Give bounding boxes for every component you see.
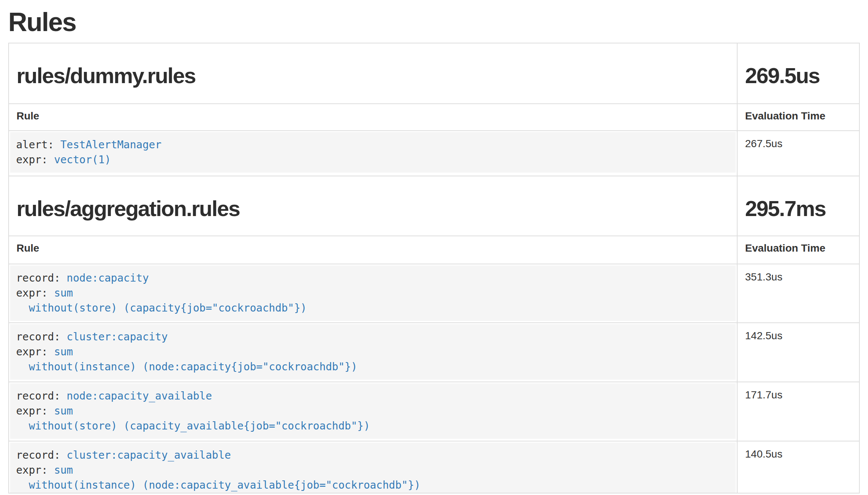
rule-code-block: alert: TestAlertManager expr: vector(1): [10, 132, 736, 173]
code-line: record: cluster:capacity: [16, 330, 730, 344]
record-keyword: record:: [16, 449, 67, 461]
code-line: record: node:capacity: [16, 271, 730, 286]
record-keyword: record:: [16, 331, 67, 343]
expr-link[interactable]: vector(1): [54, 154, 111, 166]
rule-group-header-row: rules/aggregation.rules 295.7ms: [9, 176, 859, 236]
rule-eval-time: 267.5us: [737, 131, 859, 176]
code-line: without(instance) (node:capacity_availab…: [16, 478, 730, 493]
record-keyword: record:: [16, 272, 67, 284]
code-line: without(store) (capacity{job="cockroachd…: [16, 301, 730, 316]
code-line: expr: sum: [16, 463, 730, 478]
record-name-link[interactable]: cluster:capacity_available: [67, 449, 231, 461]
rules-page: Rules rules/dummy.rules 269.5us Rule Eva…: [0, 8, 868, 494]
table-row: record: node:capacity_available expr: su…: [9, 382, 859, 441]
expr-link[interactable]: sum: [54, 405, 73, 417]
rule-code-block: record: node:capacity_available expr: su…: [10, 383, 736, 439]
eval-time-column-header: Evaluation Time: [737, 236, 859, 264]
rule-group-eval-time: 295.7ms: [745, 197, 852, 221]
rule-cell: record: node:capacity_available expr: su…: [9, 382, 737, 441]
expr-keyword: expr:: [16, 405, 54, 417]
expr-keyword: expr:: [16, 464, 54, 476]
rule-cell: record: cluster:capacity_available expr:…: [9, 441, 737, 493]
code-line: expr: sum: [16, 286, 730, 301]
alert-name-link[interactable]: TestAlertManager: [60, 139, 162, 151]
expr-link[interactable]: sum: [54, 287, 73, 299]
eval-time-column-header: Evaluation Time: [737, 104, 859, 131]
expr-keyword: expr:: [16, 346, 54, 358]
code-line: without(store) (capacity_available{job="…: [16, 419, 730, 434]
column-header-row: Rule Evaluation Time: [9, 104, 859, 131]
alert-keyword: alert:: [16, 139, 60, 151]
record-keyword: record:: [16, 390, 67, 402]
code-line: record: node:capacity_available: [16, 389, 730, 404]
rule-group-file-cell: rules/dummy.rules: [9, 43, 737, 104]
expr-link[interactable]: without(instance) (node:capacity_availab…: [16, 479, 421, 491]
table-row: record: cluster:capacity_available expr:…: [9, 441, 859, 493]
rule-group-header-row: rules/dummy.rules 269.5us: [9, 43, 859, 104]
expr-link[interactable]: without(store) (capacity_available{job="…: [16, 420, 370, 432]
rule-group-eval-time: 269.5us: [745, 64, 852, 88]
rule-cell: alert: TestAlertManager expr: vector(1): [9, 131, 737, 176]
expr-link[interactable]: without(store) (capacity{job="cockroachd…: [16, 302, 307, 314]
record-name-link[interactable]: node:capacity: [67, 272, 149, 284]
rule-code-block: record: cluster:capacity_available expr:…: [10, 443, 736, 493]
page-title: Rules: [8, 8, 860, 37]
rule-column-header: Rule: [9, 236, 737, 264]
table-row: alert: TestAlertManager expr: vector(1) …: [9, 131, 859, 176]
rule-cell: record: cluster:capacity expr: sum witho…: [9, 323, 737, 382]
table-row: record: node:capacity expr: sum without(…: [9, 264, 859, 323]
rule-code-block: record: node:capacity expr: sum without(…: [10, 265, 736, 321]
expr-keyword: expr:: [16, 287, 54, 299]
rule-column-header: Rule: [9, 104, 737, 131]
rules-table: rules/dummy.rules 269.5us Rule Evaluatio…: [8, 43, 860, 494]
code-line: expr: sum: [16, 404, 730, 419]
rule-eval-time: 171.7us: [737, 382, 859, 441]
code-line: alert: TestAlertManager: [16, 137, 730, 152]
rule-group-eval-time-cell: 295.7ms: [737, 176, 859, 236]
expr-link[interactable]: without(instance) (node:capacity{job="co…: [16, 361, 357, 373]
rule-group-file: rules/dummy.rules: [16, 64, 729, 88]
code-line: record: cluster:capacity_available: [16, 448, 730, 463]
rule-cell: record: node:capacity expr: sum without(…: [9, 264, 737, 323]
expr-link[interactable]: sum: [54, 346, 73, 358]
column-header-row: Rule Evaluation Time: [9, 236, 859, 264]
record-name-link[interactable]: cluster:capacity: [67, 331, 168, 343]
rule-eval-time: 142.5us: [737, 323, 859, 382]
rule-eval-time: 351.3us: [737, 264, 859, 323]
rule-group-eval-time-cell: 269.5us: [737, 43, 859, 104]
expr-keyword: expr:: [16, 154, 54, 166]
code-line: expr: sum: [16, 344, 730, 359]
expr-link[interactable]: sum: [54, 464, 73, 476]
rule-group-file: rules/aggregation.rules: [16, 197, 729, 221]
table-row: record: cluster:capacity expr: sum witho…: [9, 323, 859, 382]
rule-code-block: record: cluster:capacity expr: sum witho…: [10, 324, 736, 380]
rule-group-file-cell: rules/aggregation.rules: [9, 176, 737, 236]
record-name-link[interactable]: node:capacity_available: [67, 390, 212, 402]
code-line: expr: vector(1): [16, 152, 730, 167]
rule-eval-time: 140.5us: [737, 441, 859, 493]
code-line: without(instance) (node:capacity{job="co…: [16, 359, 730, 374]
